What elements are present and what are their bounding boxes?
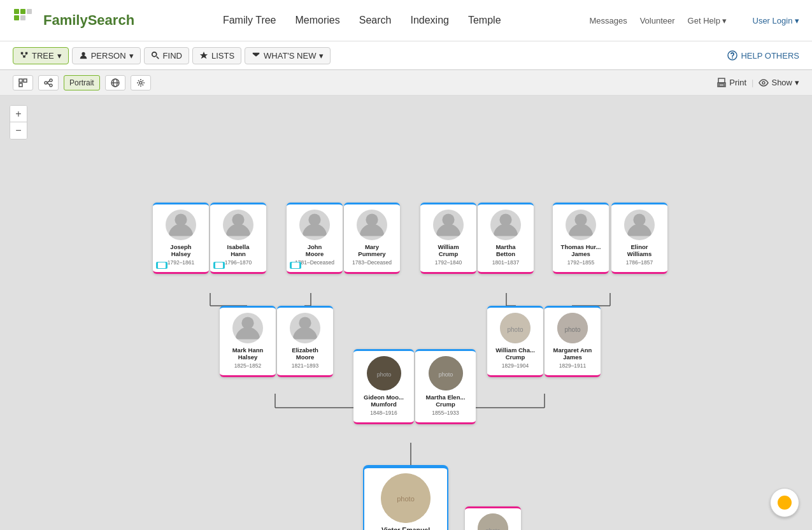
name-martha-crump: Martha Elen...Crump [418,394,473,408]
print-show-controls: Print | Show ▾ [716,78,799,88]
avatar-gideon-mumford: photo [367,356,401,390]
person-card-john-moore[interactable]: JohnMoore 1781–Deceased [287,203,343,274]
hint-button[interactable] [770,488,799,517]
badge-john-moore [290,262,301,269]
person-card-martha-betton[interactable]: MarthaBetton 1801–1837 [478,203,534,274]
svg-text:photo: photo [376,371,391,378]
avatar-thomas-james [566,210,596,240]
dates-mark-halsey: 1825–1852 [223,362,273,369]
person-card-gideon-mumford[interactable]: photo Gideon Moo...Mumford 1848–1916 [353,349,414,424]
person-card-joseph-halsey[interactable]: JosephHalsey 1792–1861 [153,203,209,274]
name-gideon-mumford: Gideon Moo...Mumford [357,394,411,408]
svg-point-20 [50,79,52,82]
person-card-mark-halsey[interactable]: Mark HannHalsey 1825–1852 [220,306,276,377]
top-navigation: FamilySearch Family Tree Memories Search… [0,0,812,41]
person-card-victor-mumford[interactable]: photo Victor EmanuelMumford 1885–1973 [364,466,447,530]
svg-point-11 [152,52,156,57]
badge-isabella-hann [213,262,225,269]
name-elinor-williams: ElinorWilliams [615,243,664,258]
badge-joseph-halsey [156,262,167,269]
portrait-view-button[interactable]: Portrait [64,75,100,90]
person-card-martha-crump[interactable]: photo Martha Elen...Crump 1855–1933 [415,349,476,424]
name-john-moore: JohnMoore [290,243,339,258]
dates-william-cha-crump: 1829–1904 [490,362,540,369]
avatar-elizabeth-moore [290,313,320,343]
connect-view-button[interactable] [38,75,59,90]
find-button[interactable]: FIND [144,47,189,64]
svg-point-27 [139,82,142,84]
avatar-elinor-williams [624,210,655,240]
name-mark-halsey: Mark HannHalsey [223,347,273,361]
svg-rect-16 [19,79,22,82]
svg-point-19 [45,82,47,84]
avatar-isabella-hann [223,210,253,240]
get-help-link[interactable]: Get Help ▾ [688,16,727,25]
nav-memories[interactable]: Memories [296,15,340,26]
dates-martha-crump: 1855–1933 [418,410,473,416]
nav-indexing[interactable]: Indexing [410,15,449,26]
logo[interactable]: FamilySearch [13,8,134,33]
nav-family-tree[interactable]: Family Tree [223,15,276,26]
avatar-mary-pummery [357,210,387,240]
family-tree-canvas: + − J [0,96,812,530]
nav-search[interactable]: Search [359,15,392,26]
show-button[interactable]: Show ▾ [759,78,799,88]
brand-name: FamilySearch [43,12,134,29]
name-martha-betton: MarthaBetton [481,243,531,258]
globe-view-button[interactable] [105,75,125,90]
svg-line-12 [156,57,159,59]
svg-point-10 [82,52,85,55]
person-card-isabella-hann[interactable]: IsabellaHann 1796–1870 [210,203,266,274]
zoom-in-button[interactable]: + [10,106,27,122]
person-card-catherine-neff[interactable]: photo Catherine B...Neff 1885–1972 [465,506,521,530]
avatar-mark-halsey [232,313,263,343]
svg-marker-13 [200,52,208,59]
svg-text:photo: photo [507,326,523,333]
print-button[interactable]: Print [716,78,746,88]
person-card-elizabeth-moore[interactable]: ElizabethMoore 1821–1893 [277,306,333,377]
name-mary-pummery: MaryPummery [347,243,397,258]
person-card-william-crump[interactable]: WilliamCrump 1792–1840 [420,203,476,274]
divider: | [751,78,753,87]
svg-line-23 [47,83,50,85]
svg-rect-3 [20,15,25,20]
name-william-crump: WilliamCrump [424,243,473,258]
svg-rect-17 [24,79,27,82]
avatar-margaret-james: photo [557,313,588,343]
svg-text:photo: photo [564,326,580,333]
dates-margaret-james: 1829–1911 [548,362,597,369]
svg-rect-2 [14,15,19,20]
person-card-thomas-james[interactable]: Thomas Hur...James 1792–1855 [553,203,609,274]
tree-button[interactable]: TREE ▾ [13,47,69,64]
person-card-william-cha-crump[interactable]: photo William Cha...Crump 1829–1904 [487,306,543,377]
svg-rect-4 [27,9,32,14]
help-others-button[interactable]: HELP OTHERS [727,50,799,61]
volunteer-link[interactable]: Volunteer [640,16,675,25]
settings-view-button[interactable] [131,75,151,90]
top-right-nav: Messages Volunteer Get Help ▾ User Login… [589,16,799,25]
avatar-martha-betton [490,210,521,240]
lists-button[interactable]: LISTS [192,47,241,64]
zoom-controls: + − [10,105,27,140]
svg-rect-18 [19,83,22,87]
tree-connector-lines [0,96,812,530]
user-login-button[interactable]: User Login ▾ [753,16,799,25]
dates-mary-pummery: 1783–Deceased [347,259,397,266]
messages-link[interactable]: Messages [589,16,627,25]
name-thomas-james: Thomas Hur...James [556,243,606,258]
person-card-elinor-williams[interactable]: ElinorWilliams 1786–1857 [611,203,667,274]
dates-gideon-mumford: 1848–1916 [357,410,411,416]
dates-elizabeth-moore: 1821–1893 [280,362,330,369]
second-navigation: TREE ▾ PERSON ▾ FIND LISTS WHAT'S NEW ▾ … [0,41,812,70]
person-card-margaret-james[interactable]: photo Margaret AnnJames 1829–1911 [545,306,601,377]
person-card-mary-pummery[interactable]: MaryPummery 1783–Deceased [344,203,400,274]
nav-temple[interactable]: Temple [468,15,501,26]
whats-new-button[interactable]: WHAT'S NEW ▾ [245,47,331,64]
view-options: Portrait [13,75,151,90]
expand-view-button[interactable] [13,75,33,90]
person-button[interactable]: PERSON ▾ [72,47,141,64]
dates-william-crump: 1792–1840 [424,259,473,266]
svg-text:photo: photo [397,495,415,503]
zoom-out-button[interactable]: − [10,122,27,139]
avatar-william-crump [433,210,464,240]
